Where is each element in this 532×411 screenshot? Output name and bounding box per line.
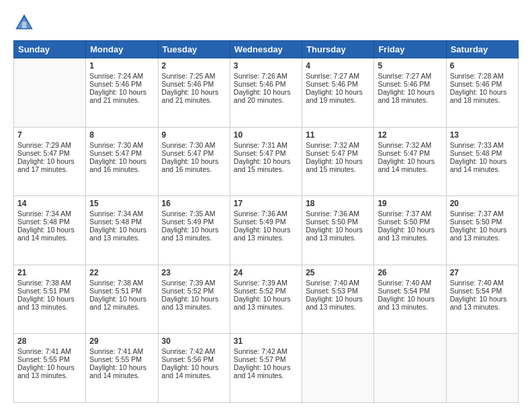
calendar-cell: 6Sunrise: 7:28 AMSunset: 5:46 PMDaylight… [446, 58, 518, 128]
day-info-line: Daylight: 10 hours [89, 88, 154, 96]
day-info-line: Sunset: 5:51 PM [17, 287, 82, 295]
day-info-line: Daylight: 10 hours [162, 88, 226, 96]
day-info-line: Daylight: 10 hours [162, 295, 226, 303]
day-info-line: Sunset: 5:46 PM [234, 80, 298, 88]
day-info-line: Sunrise: 7:39 AM [234, 279, 298, 287]
calendar-day-header: Sunday [14, 41, 86, 58]
day-number: 20 [450, 199, 515, 208]
day-info-line: and 13 minutes. [89, 234, 154, 242]
calendar-cell [302, 334, 374, 403]
calendar-cell: 11Sunrise: 7:32 AMSunset: 5:47 PMDayligh… [302, 127, 374, 196]
day-info-line: Sunset: 5:47 PM [306, 149, 370, 157]
calendar-day-header: Monday [86, 41, 158, 58]
day-info-line: Sunset: 5:48 PM [17, 218, 82, 226]
day-info-line: Sunset: 5:55 PM [17, 355, 82, 363]
day-info-line: Sunrise: 7:34 AM [89, 210, 154, 218]
day-info-line: Sunset: 5:55 PM [89, 355, 154, 363]
day-number: 18 [306, 199, 370, 208]
calendar-day-header: Tuesday [158, 41, 230, 58]
day-info-line: and 13 minutes. [450, 303, 515, 311]
day-info-line: Daylight: 10 hours [17, 226, 82, 234]
day-info-line: Daylight: 10 hours [306, 295, 370, 303]
calendar-cell: 2Sunrise: 7:25 AMSunset: 5:46 PMDaylight… [158, 58, 230, 128]
day-info-line: Sunrise: 7:30 AM [162, 141, 226, 149]
day-number: 25 [306, 268, 370, 277]
day-info-line: Daylight: 10 hours [378, 157, 442, 165]
day-info-line: Sunset: 5:54 PM [378, 287, 442, 295]
calendar-cell: 13Sunrise: 7:33 AMSunset: 5:48 PMDayligh… [446, 127, 518, 196]
day-info-line: Sunset: 5:47 PM [234, 149, 298, 157]
day-info-line: and 13 minutes. [306, 234, 370, 242]
day-info-line: and 14 minutes. [234, 371, 298, 379]
calendar-cell: 24Sunrise: 7:39 AMSunset: 5:52 PMDayligh… [230, 265, 302, 334]
day-info-line: Daylight: 10 hours [162, 226, 226, 234]
day-info-line: and 13 minutes. [306, 303, 370, 311]
day-info-line: and 15 minutes. [306, 165, 370, 173]
day-info-line: and 13 minutes. [378, 234, 442, 242]
day-info-line: and 14 minutes. [450, 165, 515, 173]
day-info-line: Daylight: 10 hours [378, 295, 442, 303]
day-info-line: Sunrise: 7:37 AM [378, 210, 442, 218]
day-info-line: Sunrise: 7:27 AM [306, 72, 370, 80]
calendar-cell: 28Sunrise: 7:41 AMSunset: 5:55 PMDayligh… [14, 334, 86, 403]
calendar-day-header: Saturday [446, 41, 518, 58]
day-info-line: Sunrise: 7:39 AM [162, 279, 226, 287]
day-number: 7 [17, 130, 82, 140]
calendar-cell: 18Sunrise: 7:36 AMSunset: 5:50 PMDayligh… [302, 196, 374, 265]
day-info-line: Sunset: 5:47 PM [162, 149, 226, 157]
day-info-line: Sunrise: 7:41 AM [89, 347, 154, 355]
day-info-line: Sunrise: 7:24 AM [89, 72, 154, 80]
calendar-cell: 17Sunrise: 7:36 AMSunset: 5:49 PMDayligh… [230, 196, 302, 265]
day-number: 26 [378, 268, 442, 277]
day-info-line: Sunrise: 7:32 AM [378, 141, 442, 149]
calendar-day-header: Wednesday [230, 41, 302, 58]
day-info-line: and 17 minutes. [17, 165, 82, 173]
calendar-cell: 1Sunrise: 7:24 AMSunset: 5:46 PMDaylight… [86, 58, 158, 128]
day-number: 16 [162, 199, 226, 208]
logo [13, 12, 38, 34]
calendar-cell: 22Sunrise: 7:38 AMSunset: 5:51 PMDayligh… [86, 265, 158, 334]
day-number: 11 [306, 130, 370, 140]
day-info-line: Sunset: 5:52 PM [162, 287, 226, 295]
day-info-line: Daylight: 10 hours [450, 295, 515, 303]
day-info-line: Sunset: 5:50 PM [378, 218, 442, 226]
calendar-cell: 9Sunrise: 7:30 AMSunset: 5:47 PMDaylight… [158, 127, 230, 196]
day-info-line: Sunset: 5:46 PM [162, 80, 226, 88]
day-info-line: Daylight: 10 hours [234, 157, 298, 165]
day-info-line: Daylight: 10 hours [234, 88, 298, 96]
day-info-line: Sunset: 5:50 PM [450, 218, 515, 226]
calendar-week-row: 1Sunrise: 7:24 AMSunset: 5:46 PMDaylight… [14, 58, 519, 128]
calendar-header-row: SundayMondayTuesdayWednesdayThursdayFrid… [14, 41, 519, 58]
day-info-line: and 12 minutes. [89, 303, 154, 311]
day-info-line: Sunset: 5:50 PM [306, 218, 370, 226]
day-info-line: Sunrise: 7:26 AM [234, 72, 298, 80]
day-info-line: Daylight: 10 hours [17, 363, 82, 371]
calendar-cell [14, 58, 86, 128]
day-info-line: Sunset: 5:51 PM [89, 287, 154, 295]
day-info-line: Daylight: 10 hours [162, 157, 226, 165]
day-number: 1 [89, 61, 154, 71]
day-info-line: Daylight: 10 hours [234, 363, 298, 371]
day-info-line: Sunrise: 7:36 AM [234, 210, 298, 218]
day-info-line: Sunrise: 7:32 AM [306, 141, 370, 149]
calendar-cell: 7Sunrise: 7:29 AMSunset: 5:47 PMDaylight… [14, 127, 86, 196]
day-number: 22 [89, 268, 154, 277]
day-number: 28 [17, 336, 82, 346]
calendar-cell: 12Sunrise: 7:32 AMSunset: 5:47 PMDayligh… [374, 127, 446, 196]
day-info-line: and 13 minutes. [378, 303, 442, 311]
day-info-line: Sunrise: 7:30 AM [89, 141, 154, 149]
day-info-line: Sunset: 5:47 PM [89, 149, 154, 157]
day-number: 6 [450, 61, 515, 71]
calendar-cell: 20Sunrise: 7:37 AMSunset: 5:50 PMDayligh… [446, 196, 518, 265]
day-info-line: and 16 minutes. [89, 165, 154, 173]
day-info-line: Daylight: 10 hours [306, 88, 370, 96]
day-info-line: Sunset: 5:54 PM [450, 287, 515, 295]
day-info-line: Daylight: 10 hours [234, 295, 298, 303]
day-info-line: Sunrise: 7:33 AM [450, 141, 515, 149]
day-info-line: and 18 minutes. [450, 96, 515, 104]
day-info-line: and 14 minutes. [17, 234, 82, 242]
day-info-line: and 13 minutes. [234, 234, 298, 242]
calendar-day-header: Friday [374, 41, 446, 58]
svg-rect-2 [22, 21, 26, 28]
calendar-cell: 4Sunrise: 7:27 AMSunset: 5:46 PMDaylight… [302, 58, 374, 128]
